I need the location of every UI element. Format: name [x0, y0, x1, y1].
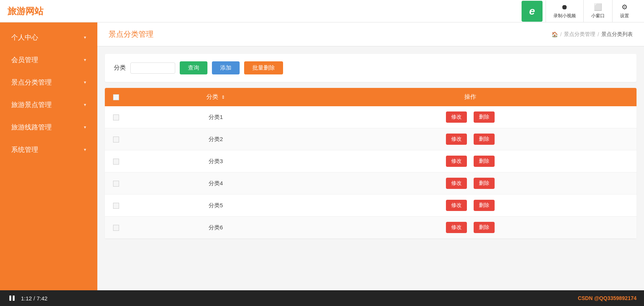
table-row: 分类4 修改 删除	[105, 172, 637, 195]
filter-input[interactable]	[130, 62, 175, 74]
svg-rect-0	[9, 296, 11, 301]
chevron-down-icon: ▾	[84, 35, 86, 40]
edit-button[interactable]: 修改	[446, 200, 467, 211]
bottom-left: 1:12 / 7:42	[7, 294, 48, 303]
breadcrumb-level2: 景点分类列表	[601, 31, 633, 38]
sidebar-item-label: 系统管理	[11, 145, 38, 154]
row-category: 分类4	[127, 172, 304, 195]
chevron-down-icon: ▾	[84, 102, 86, 107]
sidebar-item-label: 个人中心	[11, 33, 38, 42]
header-category: 分类 ⇕	[127, 88, 304, 106]
sidebar: 个人中心 ▾ 会员管理 ▾ 景点分类管理 ▾ 旅游景点管理 ▾ 旅游线路管理 ▾…	[0, 22, 97, 290]
video-time: 1:12 / 7:42	[21, 295, 48, 302]
query-button[interactable]: 查询	[180, 61, 207, 74]
row-checkbox[interactable]	[113, 159, 119, 165]
filter-bar: 分类 查询 添加 批量删除	[105, 54, 637, 82]
category-table: 分类 ⇕ 操作 分类1 修改 删除	[105, 88, 637, 239]
miniwindow-icon: ⬜	[594, 3, 602, 11]
record-label: 录制小视频	[553, 13, 576, 19]
site-title: 旅游网站	[7, 5, 43, 17]
row-category: 分类1	[127, 106, 304, 128]
row-checkbox-cell	[105, 128, 127, 150]
e-logo-icon: e	[522, 1, 543, 22]
header-checkbox[interactable]	[113, 94, 119, 100]
row-checkbox[interactable]	[113, 225, 119, 231]
sidebar-item-personal[interactable]: 个人中心 ▾	[0, 26, 97, 49]
sort-icon: ⇕	[221, 95, 225, 100]
chevron-down-icon: ▾	[84, 147, 86, 152]
table-row: 分类6 修改 删除	[105, 217, 637, 239]
breadcrumb-home-icon: 🏠	[552, 31, 558, 37]
sidebar-item-system[interactable]: 系统管理 ▾	[0, 138, 97, 161]
bottom-bar: 1:12 / 7:42 CSDN @QQ3359892174	[0, 290, 644, 306]
svg-rect-1	[13, 296, 15, 301]
row-ops: 修改 删除	[304, 195, 637, 217]
row-ops: 修改 删除	[304, 106, 637, 128]
breadcrumb: 🏠 / 景点分类管理 / 景点分类列表	[552, 31, 633, 38]
row-checkbox-cell	[105, 106, 127, 128]
row-category: 分类6	[127, 217, 304, 239]
settings-button[interactable]: ⚙ 设置	[612, 0, 637, 22]
delete-button[interactable]: 删除	[474, 156, 495, 167]
sidebar-item-label: 旅游线路管理	[11, 123, 52, 132]
content-area: 景点分类管理 🏠 / 景点分类管理 / 景点分类列表 分类 查询 添加 批量删除	[97, 22, 644, 290]
row-checkbox-cell	[105, 150, 127, 172]
miniwindow-button[interactable]: ⬜ 小窗口	[583, 0, 612, 22]
delete-button[interactable]: 删除	[474, 178, 495, 189]
top-bar: 旅游网站 e ⏺ 录制小视频 ⬜ 小窗口 ⚙ 设置	[0, 0, 644, 22]
csdn-label: CSDN @QQ3359892174	[578, 295, 637, 301]
row-checkbox[interactable]	[113, 181, 119, 187]
table-row: 分类5 修改 删除	[105, 195, 637, 217]
row-checkbox[interactable]	[113, 203, 119, 209]
filter-label: 分类	[114, 64, 126, 72]
delete-button[interactable]: 删除	[474, 134, 495, 145]
table-row: 分类3 修改 删除	[105, 150, 637, 172]
batch-delete-button[interactable]: 批量删除	[244, 61, 283, 74]
row-checkbox[interactable]	[113, 137, 119, 143]
row-category: 分类3	[127, 150, 304, 172]
table-header-row: 分类 ⇕ 操作	[105, 88, 637, 106]
delete-button[interactable]: 删除	[474, 200, 495, 211]
sidebar-item-route[interactable]: 旅游线路管理 ▾	[0, 116, 97, 138]
row-ops: 修改 删除	[304, 128, 637, 150]
row-checkbox-cell	[105, 172, 127, 195]
record-button[interactable]: ⏺ 录制小视频	[546, 0, 583, 22]
sidebar-item-scenic-spot[interactable]: 旅游景点管理 ▾	[0, 94, 97, 116]
row-checkbox[interactable]	[113, 114, 119, 120]
row-category: 分类5	[127, 195, 304, 217]
sidebar-item-scenic-category[interactable]: 景点分类管理 ▾	[0, 71, 97, 94]
top-right-toolbar: e ⏺ 录制小视频 ⬜ 小窗口 ⚙ 设置	[522, 0, 637, 22]
edit-button[interactable]: 修改	[446, 222, 467, 233]
edit-button[interactable]: 修改	[446, 134, 467, 145]
chevron-down-icon: ▾	[84, 80, 86, 85]
page-title: 景点分类管理	[109, 29, 154, 39]
content-body: 分类 查询 添加 批量删除 分类 ⇕	[97, 46, 644, 290]
table-row: 分类1 修改 删除	[105, 106, 637, 128]
row-checkbox-cell	[105, 195, 127, 217]
header-operation: 操作	[304, 88, 637, 106]
main-layout: 个人中心 ▾ 会员管理 ▾ 景点分类管理 ▾ 旅游景点管理 ▾ 旅游线路管理 ▾…	[0, 22, 644, 290]
row-category: 分类2	[127, 128, 304, 150]
sidebar-item-label: 旅游景点管理	[11, 100, 52, 109]
record-icon: ⏺	[561, 3, 568, 11]
watermark: CSDN @QQ3359892174	[578, 295, 637, 301]
row-ops: 修改 删除	[304, 172, 637, 195]
pause-icon	[8, 294, 16, 302]
breadcrumb-level1: 景点分类管理	[564, 31, 595, 38]
breadcrumb-sep2: /	[598, 31, 599, 37]
content-header: 景点分类管理 🏠 / 景点分类管理 / 景点分类列表	[97, 22, 644, 46]
add-button[interactable]: 添加	[212, 61, 240, 74]
chevron-down-icon: ▾	[84, 57, 86, 62]
sidebar-item-member[interactable]: 会员管理 ▾	[0, 49, 97, 71]
pause-button[interactable]	[7, 294, 16, 303]
row-ops: 修改 删除	[304, 150, 637, 172]
breadcrumb-sep1: /	[560, 31, 562, 37]
edit-button[interactable]: 修改	[446, 156, 467, 167]
gear-icon: ⚙	[622, 3, 628, 11]
miniwindow-label: 小窗口	[591, 13, 605, 19]
delete-button[interactable]: 删除	[474, 111, 495, 123]
edit-button[interactable]: 修改	[446, 178, 467, 189]
chevron-down-icon: ▾	[84, 125, 86, 130]
edit-button[interactable]: 修改	[446, 111, 467, 123]
delete-button[interactable]: 删除	[474, 222, 495, 233]
